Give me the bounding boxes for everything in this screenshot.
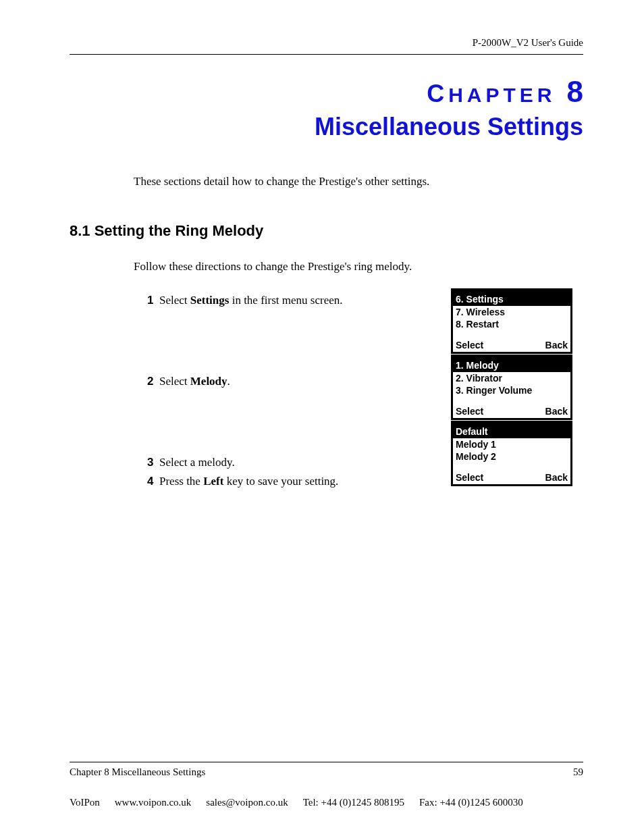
step-2: 2 Select Melody.: [147, 375, 230, 388]
section-heading: 8.1 Setting the Ring Melody: [70, 222, 583, 240]
vendor-name: VoIPon: [70, 797, 100, 808]
menu-item: 7. Wireless: [453, 306, 570, 318]
softkey-left: Select: [456, 472, 483, 483]
chapter-title: Miscellaneous Settings: [70, 113, 583, 141]
chapter-label-rest: HAPTER: [448, 84, 556, 106]
step-number: 3: [147, 456, 159, 469]
step-3: 3 Select a melody.: [147, 456, 235, 469]
menu-item: 3. Ringer Volume: [453, 384, 570, 396]
menu-item: Melody 2: [453, 450, 570, 463]
softkey-right: Back: [545, 340, 568, 350]
menu-item: Melody 1: [453, 438, 570, 450]
step-text: Select a melody.: [159, 456, 235, 469]
phone-screen-settings: 6. Settings 7. Wireless 8. Restart Selec…: [451, 288, 572, 354]
chapter-label: CHAPTER 8: [70, 75, 583, 109]
step-number: 1: [147, 294, 159, 307]
step-text: Select Melody.: [159, 375, 230, 388]
step-number: 4: [147, 475, 159, 488]
phone-screen-melody-menu: 1. Melody 2. Vibrator 3. Ringer Volume S…: [451, 355, 572, 420]
menu-item-selected: 1. Melody: [453, 359, 570, 372]
vendor-email: sales@voipon.co.uk: [206, 797, 288, 808]
chapter-label-prefix: C: [427, 80, 448, 107]
vendor-fax: Fax: +44 (0)1245 600030: [419, 797, 523, 808]
softkey-right: Back: [545, 472, 568, 483]
step-text: Press the Left key to save your setting.: [159, 475, 338, 488]
vendor-tel: Tel: +44 (0)1245 808195: [303, 797, 404, 808]
page-header: P-2000W_V2 User's Guide: [70, 37, 583, 55]
menu-item-selected: Default: [453, 425, 570, 438]
softkey-right: Back: [545, 406, 568, 417]
vendor-footer: VoIPon www.voipon.co.uk sales@voipon.co.…: [70, 797, 583, 808]
phone-screen-melody-list: Default Melody 1 Melody 2 Select Back: [451, 421, 572, 486]
softkey-left: Select: [456, 340, 483, 350]
phone-screens: 6. Settings 7. Wireless 8. Restart Selec…: [451, 288, 572, 487]
section-intro: Follow these directions to change the Pr…: [134, 260, 583, 273]
step-number: 2: [147, 375, 159, 388]
chapter-intro: These sections detail how to change the …: [134, 175, 583, 188]
menu-item: 2. Vibrator: [453, 372, 570, 384]
page-footer: Chapter 8 Miscellaneous Settings 59: [70, 762, 583, 778]
vendor-site: www.voipon.co.uk: [115, 797, 192, 808]
step-1: 1 Select Settings in the first menu scre…: [147, 294, 342, 307]
step-text: Select Settings in the first menu screen…: [159, 294, 342, 307]
page-number: 59: [573, 766, 583, 778]
softkey-left: Select: [456, 406, 483, 417]
menu-item: 8. Restart: [453, 318, 570, 330]
chapter-number: 8: [567, 75, 583, 108]
menu-item-selected: 6. Settings: [453, 292, 570, 306]
step-4: 4 Press the Left key to save your settin…: [147, 475, 338, 488]
footer-chapter-ref: Chapter 8 Miscellaneous Settings: [70, 766, 205, 778]
